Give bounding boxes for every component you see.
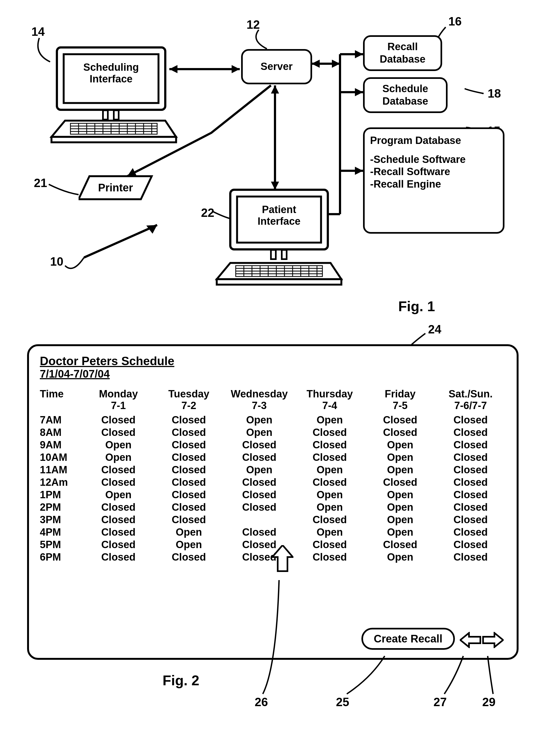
ref-29: 29	[482, 695, 496, 709]
ref-26: 26	[255, 695, 268, 709]
ref-25: 25	[336, 695, 349, 709]
ref-27: 27	[433, 695, 447, 709]
